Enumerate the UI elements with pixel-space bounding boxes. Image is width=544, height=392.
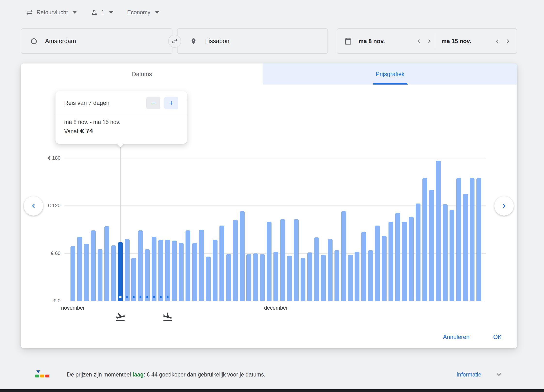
depart-date-prev-button[interactable] [413, 36, 424, 47]
price-insights-bar: De prijzen zijn momenteel laag: € 44 goe… [21, 364, 517, 385]
origin-field[interactable]: Amsterdam [21, 28, 172, 54]
price-bar[interactable] [395, 213, 400, 301]
selected-bar-guide-line [120, 146, 121, 242]
price-bar[interactable] [314, 237, 319, 301]
price-bar[interactable] [260, 254, 265, 301]
price-bar[interactable] [409, 217, 414, 301]
price-bar[interactable] [429, 190, 434, 301]
return-date-prev-button[interactable] [492, 36, 503, 47]
expand-insights-button[interactable] [495, 370, 503, 379]
information-link[interactable]: Informatie [457, 371, 481, 378]
swap-route-button[interactable] [168, 35, 181, 48]
price-bar[interactable] [192, 243, 197, 301]
price-bar[interactable] [98, 249, 102, 301]
price-bar[interactable] [470, 178, 474, 301]
price-bar[interactable] [152, 237, 156, 301]
price-bar[interactable] [226, 254, 231, 301]
price-bar[interactable] [321, 255, 326, 301]
price-bar[interactable] [422, 178, 427, 301]
x-axis-month-label: november [61, 305, 85, 311]
price-bar[interactable] [341, 211, 346, 301]
price-bar[interactable] [111, 245, 116, 301]
price-bar[interactable] [463, 194, 468, 301]
dialog-actions: Annuleren OK [442, 331, 503, 343]
price-bar[interactable] [402, 222, 407, 301]
price-bar[interactable] [70, 246, 75, 301]
price-bar[interactable] [125, 239, 130, 301]
previous-period-button[interactable] [24, 196, 43, 216]
price-bar[interactable] [233, 220, 238, 301]
selected-price: € 74 [80, 127, 93, 135]
price-bar[interactable] [172, 241, 177, 301]
trip-type-selector[interactable]: Retourvlucht [26, 9, 77, 16]
passenger-count: 1 [101, 9, 104, 16]
price-bar[interactable] [199, 230, 204, 301]
trip-day-dot [126, 296, 128, 298]
location-pin-icon [190, 38, 197, 45]
price-bar[interactable] [145, 249, 150, 301]
price-bar[interactable] [240, 211, 245, 301]
price-bar[interactable] [307, 252, 312, 301]
selected-date-range: ma 8 nov. - ma 15 nov. [64, 119, 178, 125]
destination-field[interactable]: Lissabon [177, 28, 328, 54]
price-bar[interactable] [91, 230, 96, 301]
price-bar[interactable] [416, 204, 420, 301]
chart-gridline [64, 158, 486, 158]
passenger-selector[interactable]: 1 [91, 9, 113, 16]
price-bar[interactable] [348, 255, 353, 301]
insights-suffix: : € 44 goedkoper dan gebruikelijk voor j… [144, 371, 265, 378]
price-bar[interactable] [253, 253, 258, 301]
price-bar[interactable] [476, 178, 481, 301]
price-bar[interactable] [382, 236, 387, 301]
price-bar[interactable] [179, 243, 184, 301]
origin-circle-icon [31, 38, 37, 44]
flight-land-icon [162, 312, 173, 322]
price-bar[interactable] [246, 254, 251, 301]
price-bar[interactable] [158, 240, 163, 301]
price-bar[interactable] [301, 258, 305, 301]
price-graph-dialog: Datums Prijsgrafiek € 0€ 60€ 120€ 180nov… [21, 63, 517, 348]
price-bar[interactable] [104, 226, 109, 301]
return-date-next-button[interactable] [503, 36, 513, 47]
price-bar[interactable] [287, 256, 292, 301]
y-axis-label: € 180 [31, 155, 61, 161]
y-axis-label: € 0 [31, 298, 61, 304]
depart-date-section[interactable]: ma 8 nov. [337, 29, 435, 53]
price-bar[interactable] [165, 240, 170, 301]
depart-date-next-button[interactable] [424, 36, 435, 47]
price-bar[interactable] [273, 252, 278, 301]
price-bar[interactable] [267, 222, 272, 301]
price-bar[interactable] [368, 250, 373, 301]
price-bar-selected[interactable] [118, 242, 123, 301]
price-bar[interactable] [138, 230, 143, 301]
price-bar[interactable] [450, 210, 454, 301]
ok-button[interactable]: OK [492, 331, 503, 343]
price-bar[interactable] [361, 232, 366, 301]
cancel-button[interactable]: Annuleren [442, 331, 470, 343]
price-bar[interactable] [328, 239, 333, 301]
chevron-right-icon [500, 202, 508, 210]
decrease-days-button[interactable]: − [146, 97, 160, 109]
return-date-section[interactable]: ma 15 nov. [435, 29, 517, 53]
price-bar[interactable] [77, 237, 82, 301]
price-bar[interactable] [206, 257, 211, 301]
price-bar[interactable] [213, 240, 218, 301]
price-bar[interactable] [131, 258, 136, 301]
price-bar[interactable] [389, 222, 393, 301]
price-bar[interactable] [456, 178, 461, 301]
price-bar[interactable] [186, 230, 190, 301]
price-bar[interactable] [355, 252, 359, 301]
next-period-button[interactable] [494, 196, 514, 216]
price-bar[interactable] [375, 226, 380, 301]
price-bar[interactable] [436, 161, 441, 301]
price-bar[interactable] [294, 219, 299, 301]
cabin-class-selector[interactable]: Economy [127, 9, 159, 16]
chevron-down-icon [495, 370, 503, 379]
price-bar[interactable] [443, 204, 448, 301]
increase-days-button[interactable]: + [164, 97, 178, 109]
price-bar[interactable] [84, 244, 89, 301]
price-prefix-label: Vanaf [64, 128, 78, 134]
price-bar[interactable] [334, 250, 339, 301]
price-bar[interactable] [219, 226, 224, 301]
price-bar[interactable] [280, 219, 285, 301]
